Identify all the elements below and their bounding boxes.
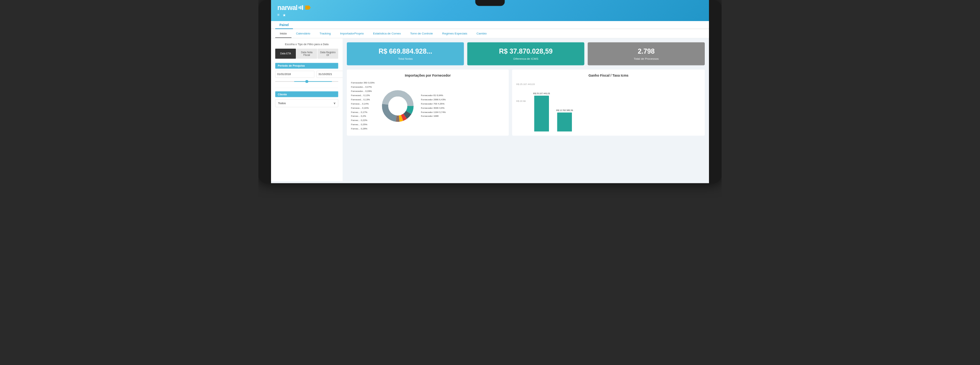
- bar-group-1: R$ 25.107.443,03: [533, 92, 550, 131]
- filter-btn-nota[interactable]: Data Nota Fiscal: [296, 49, 317, 59]
- nav-tab-importadorproprio[interactable]: ImportadorProprio: [335, 29, 368, 38]
- charts-row: Importações por Fornecedor Fornecedor 35…: [347, 70, 705, 136]
- slider-thumb[interactable]: [305, 80, 308, 83]
- kpi-total-notas-value: R$ 669.884.928...: [351, 47, 460, 55]
- date-start-input[interactable]: [275, 70, 314, 77]
- donut-legend-right: Fornecedor 81 8,64% Fornecedor 2996 6,43…: [421, 93, 446, 118]
- nav-tab-inicio[interactable]: Inicio: [275, 29, 291, 38]
- legend-item-right: Fornecedor 3006 3,8%: [421, 106, 446, 110]
- content-area: R$ 669.884.928... Total Notas R$ 37.870.…: [343, 38, 709, 181]
- nav-tabs: Inicio Calendário Tracking ImportadorPro…: [271, 29, 709, 38]
- nav-tab-cambio[interactable]: Cambio: [472, 29, 492, 38]
- kpi-total-notas-label: Total Notas: [351, 57, 460, 61]
- kpi-diferenca-icms-label: Diferenca de ICMS: [472, 57, 580, 61]
- bar-value-1: R$ 25.107.443,03: [533, 92, 550, 95]
- filter-btn-eta[interactable]: Data ETA: [275, 49, 296, 59]
- client-value: Todos: [278, 101, 286, 105]
- filter-buttons: Data ETA Data Nota Fiscal Data Registro …: [275, 49, 338, 59]
- chart-ganho-fiscal: Ganho Fiscal / Taxa Icms R$ 25.107.443,0…: [512, 70, 705, 136]
- legend-item-right: Fornecedor 81 8,64%: [421, 93, 446, 98]
- date-inputs: [275, 70, 338, 77]
- legend-item: Fornec... 0,2%: [351, 114, 375, 118]
- slider-fill: [294, 81, 332, 82]
- date-end-input[interactable]: [317, 70, 343, 77]
- tab-painel[interactable]: Painel: [275, 21, 293, 29]
- nav-tab-calendario[interactable]: Calendário: [291, 29, 315, 38]
- chart-importacoes: Importações por Fornecedor Fornecedor 35…: [347, 70, 509, 136]
- nav-tab-estatistica[interactable]: Estatística de Comex: [368, 29, 405, 38]
- logo: narwal: [278, 4, 311, 11]
- kpi-total-processos-value: 2.798: [592, 47, 701, 55]
- legend-item-right: Fornecedor 1194 3,74%: [421, 110, 446, 114]
- kpi-diferenca-icms: R$ 37.870.028,59 Diferenca de ICMS: [467, 43, 585, 65]
- device-notch: [475, 0, 505, 6]
- bar-value-2: R$ 12.762.585,56: [556, 109, 573, 111]
- donut-legend-left: Fornecedor 350 0,03% Fornecedor... 0,07%…: [351, 81, 375, 131]
- bar-2: [557, 113, 572, 132]
- logo-text-label: narwal: [278, 4, 297, 11]
- date-slider[interactable]: [275, 79, 338, 83]
- legend-item: Fornecedor... 0,09%: [351, 89, 375, 93]
- bar-group-2: R$ 12.762.585,56: [556, 109, 573, 131]
- y-axis-label: R$ 25.107.443,03: [516, 83, 535, 86]
- kpi-total-notas: R$ 669.884.928... Total Notas: [347, 43, 464, 65]
- legend-item: Fornece... 0,14%: [351, 102, 375, 106]
- client-label: Cliente: [275, 91, 338, 97]
- legend-item: Fornecedor... 0,07%: [351, 85, 375, 89]
- legend-item-right: Fornecedor 1688: [421, 114, 446, 118]
- kpi-diferenca-icms-value: R$ 37.870.028,59: [472, 47, 580, 55]
- menu-icon[interactable]: ≡: [278, 13, 280, 18]
- filter-btn-di[interactable]: Data Registro DI: [317, 49, 338, 59]
- legend-item: Forneced... 0,12%: [351, 93, 375, 98]
- kpi-total-processos: 2.798 Total de Processos: [588, 43, 705, 65]
- bar1: [299, 7, 300, 9]
- legend-item: Fornec... 0,22%: [351, 118, 375, 123]
- period-label: Período de Pesquisa: [275, 63, 338, 69]
- chart-importacoes-title: Importações por Fornecedor: [351, 74, 505, 78]
- nav-tab-torre[interactable]: Torre de Controle: [405, 29, 438, 38]
- logo-flag: [305, 5, 310, 10]
- dropdown-arrow-icon: ∨: [333, 101, 336, 105]
- legend-item: Fornecedor 350 0,03%: [351, 81, 375, 85]
- donut-container: Fornecedor 350 0,03% Fornecedor... 0,07%…: [351, 81, 505, 131]
- kpi-row: R$ 669.884.928... Total Notas R$ 37.870.…: [347, 43, 705, 65]
- bar-1: [534, 96, 549, 132]
- sidebar-divider: [275, 88, 338, 88]
- star-icon[interactable]: ★: [283, 13, 286, 17]
- sidebar: Escolha o Tipo de Filtro para a Data Dat…: [271, 38, 343, 181]
- bar2: [301, 6, 302, 9]
- logo-icon: [299, 5, 303, 10]
- svg-point-7: [388, 97, 407, 116]
- legend-item: Fornec... 0,17%: [351, 110, 375, 114]
- header-icons: ≡ ★: [278, 13, 311, 17]
- nav-tab-tracking[interactable]: Tracking: [315, 29, 335, 38]
- legend-item: Fornece... 0,16%: [351, 106, 375, 110]
- main-content: Escolha o Tipo de Filtro para a Data Dat…: [271, 38, 709, 181]
- legend-item: Forneced... 0,13%: [351, 98, 375, 102]
- tab-bar: Painel: [271, 21, 709, 29]
- donut-chart-svg: [379, 87, 417, 125]
- filter-label: Escolha o Tipo de Filtro para a Data: [275, 43, 338, 46]
- bar-chart-container: R$ 25.107.443,03 R$ 20 Mi R$ 25.107.443,…: [516, 81, 701, 131]
- client-dropdown[interactable]: Todos ∨: [275, 99, 338, 107]
- chart-ganho-fiscal-title: Ganho Fiscal / Taxa Icms: [516, 74, 701, 78]
- legend-item-right: Fornecedor 2996 6,43%: [421, 98, 446, 102]
- nav-tab-regimes[interactable]: Regimes Especiais: [438, 29, 472, 38]
- kpi-total-processos-label: Total de Processos: [592, 57, 701, 61]
- bar3: [302, 5, 303, 10]
- legend-item: Fornec... 0,28%: [351, 127, 375, 131]
- logo-area: narwal ≡ ★: [278, 4, 311, 18]
- legend-item-right: Fornecedor 700 4,35%: [421, 102, 446, 106]
- legend-item: Fornec... 0,25%: [351, 123, 375, 127]
- y-axis-label-2: R$ 20 Mi: [516, 100, 526, 103]
